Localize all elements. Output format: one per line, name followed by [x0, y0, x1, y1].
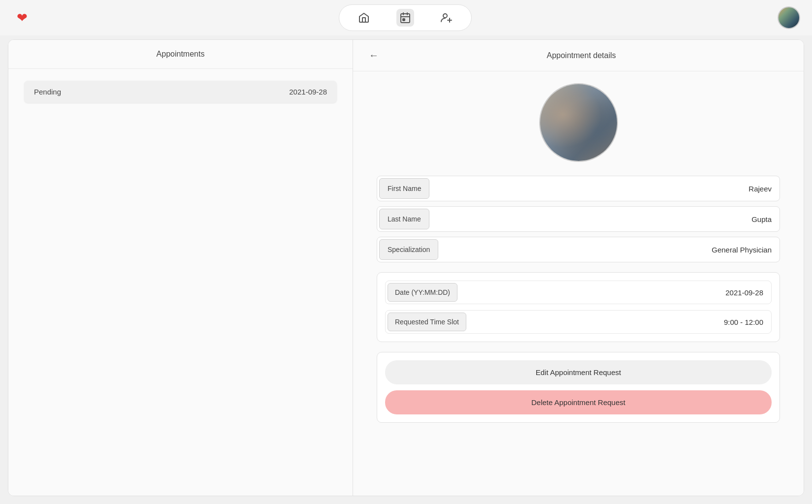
- actions-card: Edit Appointment Request Delete Appointm…: [377, 352, 780, 423]
- right-panel: ← Appointment details First Name Rajeev …: [353, 40, 804, 496]
- detail-card: Date (YY:MM:DD) 2021-09-28 Requested Tim…: [377, 272, 780, 342]
- svg-rect-4: [403, 19, 405, 21]
- last-name-row: Last Name Gupta: [377, 206, 780, 232]
- edit-appointment-button[interactable]: Edit Appointment Request: [385, 360, 772, 384]
- appointment-item[interactable]: Pending 2021-09-28: [24, 81, 337, 103]
- right-panel-title: Appointment details: [390, 51, 772, 60]
- left-panel: Appointments Pending 2021-09-28: [8, 40, 353, 496]
- first-name-value: Rajeev: [431, 179, 780, 199]
- date-row: Date (YY:MM:DD) 2021-09-28: [385, 281, 772, 304]
- specialization-value: General Physician: [440, 240, 780, 260]
- date-value: 2021-09-28: [459, 284, 771, 302]
- doctor-avatar-image: [540, 84, 617, 161]
- svg-point-5: [443, 14, 447, 18]
- nav-right: [778, 6, 800, 29]
- info-fields: First Name Rajeev Last Name Gupta Specia…: [377, 176, 780, 262]
- nav-bar: ❤: [0, 0, 812, 35]
- appointment-date: 2021-09-28: [289, 88, 327, 96]
- specialization-label: Specialization: [379, 239, 438, 260]
- last-name-value: Gupta: [431, 209, 780, 229]
- heart-icon[interactable]: ❤: [12, 7, 32, 28]
- right-header: ← Appointment details: [353, 40, 804, 71]
- right-body: First Name Rajeev Last Name Gupta Specia…: [353, 71, 804, 435]
- last-name-label: Last Name: [379, 209, 429, 229]
- back-button[interactable]: ←: [365, 48, 383, 63]
- nav-center: [339, 4, 472, 31]
- first-name-row: First Name Rajeev: [377, 176, 780, 201]
- home-icon[interactable]: [355, 9, 373, 27]
- time-slot-label: Requested Time Slot: [388, 313, 466, 331]
- first-name-label: First Name: [379, 178, 429, 199]
- appointments-header: Appointments: [8, 40, 353, 69]
- specialization-row: Specialization General Physician: [377, 237, 780, 262]
- calendar-icon[interactable]: [396, 9, 414, 27]
- main-content: Appointments Pending 2021-09-28 ← Appoin…: [8, 39, 804, 496]
- delete-appointment-button[interactable]: Delete Appointment Request: [385, 390, 772, 414]
- appointment-status: Pending: [34, 88, 61, 96]
- time-slot-row: Requested Time Slot 9:00 - 12:00: [385, 310, 772, 334]
- time-slot-value: 9:00 - 12:00: [468, 313, 771, 331]
- user-avatar-nav[interactable]: [778, 6, 800, 29]
- nav-left: ❤: [12, 7, 32, 28]
- add-user-icon[interactable]: [438, 9, 455, 27]
- doctor-avatar: [539, 83, 618, 162]
- date-label: Date (YY:MM:DD): [388, 283, 457, 302]
- svg-rect-0: [401, 14, 410, 23]
- appointments-list: Pending 2021-09-28: [8, 69, 353, 121]
